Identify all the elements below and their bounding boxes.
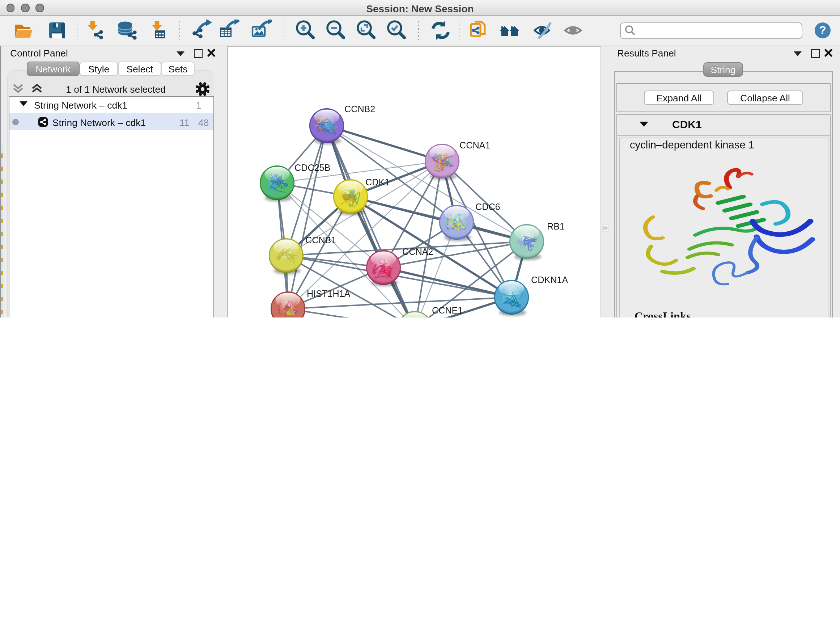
svg-text:CDC25B: CDC25B <box>294 162 330 172</box>
svg-text:CCNB1: CCNB1 <box>305 234 336 245</box>
svg-text:CCNE1: CCNE1 <box>432 305 463 315</box>
svg-text:CCNB2: CCNB2 <box>344 103 375 114</box>
svg-text:CCNA1: CCNA1 <box>459 140 490 150</box>
svg-text:CDK1: CDK1 <box>365 177 390 187</box>
svg-text:HIST1H1A: HIST1H1A <box>307 288 351 298</box>
svg-text:CDKN1A: CDKN1A <box>531 274 568 285</box>
svg-text:CDC6: CDC6 <box>475 201 500 211</box>
svg-text:RB1: RB1 <box>547 221 565 231</box>
svg-text:CCNA2: CCNA2 <box>402 246 433 256</box>
